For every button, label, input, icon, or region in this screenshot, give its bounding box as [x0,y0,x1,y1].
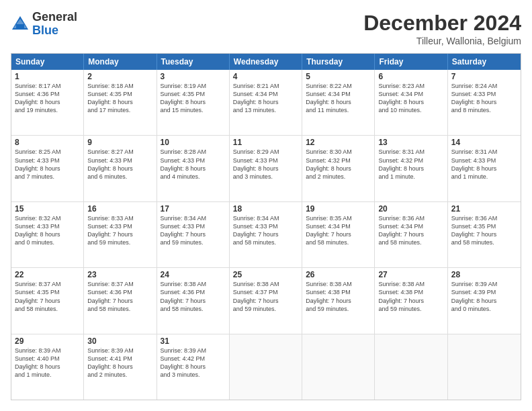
logo-text: General Blue [32,11,77,38]
day-number: 28 [451,270,517,279]
calendar-cell-24: 24Sunrise: 8:38 AMSunset: 4:36 PMDayligh… [157,268,230,333]
day-number: 11 [233,138,298,147]
day-number: 4 [233,72,298,81]
day-number: 1 [15,72,80,81]
cell-info: Sunrise: 8:31 AMSunset: 4:33 PMDaylight:… [451,148,517,181]
header-day-saturday: Saturday [448,54,521,70]
calendar-cell-11: 11Sunrise: 8:29 AMSunset: 4:33 PMDayligh… [230,136,302,201]
calendar-header: SundayMondayTuesdayWednesdayThursdayFrid… [11,54,521,70]
day-number: 13 [378,138,443,147]
calendar-cell-29: 29Sunrise: 8:39 AMSunset: 4:40 PMDayligh… [11,334,84,400]
header-day-friday: Friday [375,54,447,70]
calendar-cell-2: 2Sunrise: 8:18 AMSunset: 4:35 PMDaylight… [84,70,157,135]
day-number: 24 [161,270,226,279]
calendar-cell-27: 27Sunrise: 8:38 AMSunset: 4:38 PMDayligh… [375,268,447,333]
page: General Blue December 2024 Tilleur, Wall… [0,0,532,411]
calendar-cell-28: 28Sunrise: 8:39 AMSunset: 4:39 PMDayligh… [448,268,521,333]
cell-info: Sunrise: 8:39 AMSunset: 4:40 PMDaylight:… [15,347,80,379]
cell-info: Sunrise: 8:30 AMSunset: 4:32 PMDaylight:… [306,148,371,181]
cell-info: Sunrise: 8:18 AMSunset: 4:35 PMDaylight:… [87,82,152,115]
day-number: 30 [87,336,152,346]
logo-general-text: General [32,11,77,24]
day-number: 8 [15,138,80,147]
cell-info: Sunrise: 8:37 AMSunset: 4:36 PMDaylight:… [87,280,152,313]
day-number: 9 [87,138,152,147]
cell-info: Sunrise: 8:17 AMSunset: 4:36 PMDaylight:… [15,82,80,115]
cell-info: Sunrise: 8:39 AMSunset: 4:39 PMDaylight:… [451,280,517,313]
calendar-row-5: 29Sunrise: 8:39 AMSunset: 4:40 PMDayligh… [11,334,521,400]
calendar-body: 1Sunrise: 8:17 AMSunset: 4:36 PMDaylight… [11,70,521,400]
calendar-cell-6: 6Sunrise: 8:23 AMSunset: 4:34 PMDaylight… [375,70,447,135]
day-number: 15 [15,204,80,214]
cell-info: Sunrise: 8:24 AMSunset: 4:33 PMDaylight:… [451,82,517,115]
calendar-cell-20: 20Sunrise: 8:36 AMSunset: 4:34 PMDayligh… [375,202,447,267]
day-number: 6 [378,72,443,81]
cell-info: Sunrise: 8:34 AMSunset: 4:33 PMDaylight:… [233,214,298,247]
cell-info: Sunrise: 8:39 AMSunset: 4:42 PMDaylight:… [161,347,226,379]
cell-info: Sunrise: 8:37 AMSunset: 4:35 PMDaylight:… [15,280,80,313]
calendar-cell-23: 23Sunrise: 8:37 AMSunset: 4:36 PMDayligh… [84,268,157,333]
day-number: 21 [451,204,517,214]
calendar-cell-31: 31Sunrise: 8:39 AMSunset: 4:42 PMDayligh… [157,334,230,400]
cell-info: Sunrise: 8:21 AMSunset: 4:34 PMDaylight:… [233,82,298,115]
day-number: 20 [378,204,443,214]
day-number: 3 [161,72,226,81]
day-number: 17 [161,204,226,214]
cell-info: Sunrise: 8:38 AMSunset: 4:36 PMDaylight:… [161,280,226,313]
day-number: 10 [161,138,226,147]
cell-info: Sunrise: 8:28 AMSunset: 4:33 PMDaylight:… [161,148,226,181]
calendar-cell-22: 22Sunrise: 8:37 AMSunset: 4:35 PMDayligh… [11,268,84,333]
calendar-cell-18: 18Sunrise: 8:34 AMSunset: 4:33 PMDayligh… [230,202,302,267]
header-day-wednesday: Wednesday [230,54,302,70]
calendar-cell-empty [448,334,521,400]
calendar-row-1: 1Sunrise: 8:17 AMSunset: 4:36 PMDaylight… [11,70,521,136]
calendar-cell-5: 5Sunrise: 8:22 AMSunset: 4:34 PMDaylight… [302,70,375,135]
cell-info: Sunrise: 8:19 AMSunset: 4:35 PMDaylight:… [161,82,226,115]
day-number: 29 [15,336,80,346]
day-number: 5 [306,72,371,81]
header-day-monday: Monday [84,54,157,70]
cell-info: Sunrise: 8:29 AMSunset: 4:33 PMDaylight:… [233,148,298,181]
cell-info: Sunrise: 8:35 AMSunset: 4:34 PMDaylight:… [306,214,371,247]
calendar-row-4: 22Sunrise: 8:37 AMSunset: 4:35 PMDayligh… [11,268,521,334]
cell-info: Sunrise: 8:27 AMSunset: 4:33 PMDaylight:… [87,148,152,181]
calendar-row-3: 15Sunrise: 8:32 AMSunset: 4:33 PMDayligh… [11,202,521,268]
calendar-row-2: 8Sunrise: 8:25 AMSunset: 4:33 PMDaylight… [11,136,521,201]
calendar-cell-3: 3Sunrise: 8:19 AMSunset: 4:35 PMDaylight… [157,70,230,135]
calendar-cell-17: 17Sunrise: 8:34 AMSunset: 4:33 PMDayligh… [157,202,230,267]
day-number: 12 [306,138,371,147]
logo-icon [11,15,30,34]
cell-info: Sunrise: 8:36 AMSunset: 4:34 PMDaylight:… [378,214,443,247]
calendar-cell-empty [302,334,375,400]
day-number: 2 [87,72,152,81]
day-number: 19 [306,204,371,214]
calendar-cell-21: 21Sunrise: 8:36 AMSunset: 4:35 PMDayligh… [448,202,521,267]
header-day-tuesday: Tuesday [157,54,230,70]
calendar-cell-empty [230,334,302,400]
calendar-cell-30: 30Sunrise: 8:39 AMSunset: 4:41 PMDayligh… [84,334,157,400]
cell-info: Sunrise: 8:38 AMSunset: 4:38 PMDaylight:… [378,280,443,313]
day-number: 14 [451,138,517,147]
header: General Blue December 2024 Tilleur, Wall… [11,11,521,46]
calendar-cell-10: 10Sunrise: 8:28 AMSunset: 4:33 PMDayligh… [157,136,230,201]
header-day-sunday: Sunday [11,54,84,70]
day-number: 18 [233,204,298,214]
calendar-cell-16: 16Sunrise: 8:33 AMSunset: 4:33 PMDayligh… [84,202,157,267]
location-subtitle: Tilleur, Wallonia, Belgium [363,36,521,46]
calendar-cell-8: 8Sunrise: 8:25 AMSunset: 4:33 PMDaylight… [11,136,84,201]
cell-info: Sunrise: 8:34 AMSunset: 4:33 PMDaylight:… [161,214,226,247]
cell-info: Sunrise: 8:39 AMSunset: 4:41 PMDaylight:… [87,347,152,379]
month-title: December 2024 [363,11,521,36]
calendar-cell-1: 1Sunrise: 8:17 AMSunset: 4:36 PMDaylight… [11,70,84,135]
cell-info: Sunrise: 8:23 AMSunset: 4:34 PMDaylight:… [378,82,443,115]
day-number: 31 [161,336,226,346]
calendar-cell-empty [375,334,447,400]
calendar-cell-12: 12Sunrise: 8:30 AMSunset: 4:32 PMDayligh… [302,136,375,201]
calendar-cell-13: 13Sunrise: 8:31 AMSunset: 4:32 PMDayligh… [375,136,447,201]
calendar: SundayMondayTuesdayWednesdayThursdayFrid… [11,53,521,400]
cell-info: Sunrise: 8:22 AMSunset: 4:34 PMDaylight:… [306,82,371,115]
cell-info: Sunrise: 8:38 AMSunset: 4:37 PMDaylight:… [233,280,298,313]
cell-info: Sunrise: 8:25 AMSunset: 4:33 PMDaylight:… [15,148,80,181]
day-number: 16 [87,204,152,214]
logo-blue-text: Blue [32,24,77,38]
